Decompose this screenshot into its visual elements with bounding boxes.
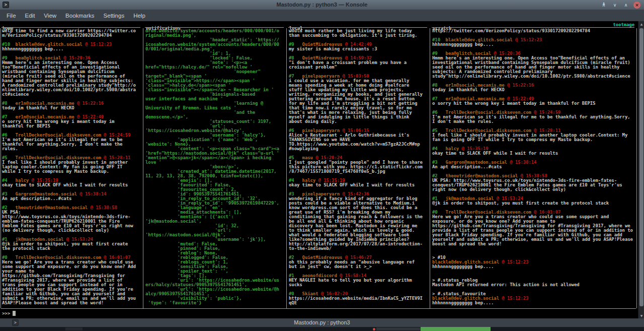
menu-bookmarks[interactable]: Bookmarks: [61, 10, 99, 21]
post-timestamp: @ 15:38:14: [507, 160, 537, 165]
terminal-line: hhhnnnngggggggg bep....: [432, 42, 637, 47]
column-home: homewelp time to find a new carrier http…: [0, 21, 143, 318]
terminal-line: https://icosahedron.website/media/IbnKaC…: [289, 296, 430, 301]
terminal-line: my sister is making croissants :3: [289, 47, 430, 51]
terminal-line: study"http://onlinelibrary.wiley.com/doi…: [432, 74, 637, 79]
column-title-rule: [145, 27, 284, 28]
terminal-line: #2 theoutrider@mastodon.social @ 15:38:5…: [2, 206, 143, 210]
desktop-panel-sliver: [0, 327, 644, 331]
column-divider: [143, 28, 143, 308]
menu-bar: File Edit View Bookmarks Settings Help: [0, 10, 644, 21]
terminal-line: /8/7467/15571808719_f54768f0e5_b.jpg: [289, 169, 430, 174]
terminal-line: ct#science: [2, 92, 143, 97]
terminal-line: fan is going OFF IT while I try to compr…: [432, 138, 637, 142]
column-notifications: notificationsdron.website/system/account…: [143, 21, 286, 318]
terminal-line: #nowplaying: [289, 147, 430, 151]
column-divider: [636, 28, 637, 308]
terminal-line: sucks: [289, 283, 430, 287]
post-timestamp: @ 15:38:14: [77, 191, 107, 196]
terminal-line: while I try to compress my Masto backup.: [2, 169, 143, 174]
text-cursor: [13, 311, 16, 316]
terminal-line: okay time to SLACK OFF while I wait for …: [289, 183, 430, 187]
column-title-rule: [2, 27, 140, 28]
terminal-line: hhhnnnngggggggg bep....: [432, 264, 637, 269]
scroll-up-icon[interactable]: ▲: [638, 22, 644, 26]
minimize-icon[interactable]: ∨: [611, 2, 618, 9]
terminal-line: okay time to SLACK OFF while I wait for …: [432, 151, 637, 156]
post-timestamp: @ 15:22:16: [74, 101, 104, 106]
terminal-line: An apt description...#cats: [432, 165, 637, 169]
terminal-line: Mastodon API returned error: This action…: [432, 283, 637, 287]
keep-above-icon[interactable]: ∧: [600, 2, 607, 9]
terminal-bottom-rule: [1, 308, 636, 309]
terminal-line: o sorry hit the wrong key i meant today …: [432, 101, 637, 106]
title-bar[interactable]: > Mastodon.py : python3 — Konsole ∧ ∨ ∧ …: [0, 0, 644, 10]
panel-widget-fragment: [65, 327, 83, 330]
terminal-line: [432, 251, 637, 255]
terminal-line: to-the-indieweb/: [289, 246, 430, 251]
terminal-line: the protocol stack: [2, 246, 143, 251]
terminal-line: [432, 246, 637, 251]
terminal-line: hhhnnnngggggggg bep....: [432, 301, 637, 305]
tab-mastodon-python3[interactable]: Mastodon.py : python3: [0, 319, 644, 325]
column-title-right: tootmage: [613, 22, 634, 27]
post-timestamp: @ 15:12:23: [513, 37, 542, 42]
scrollbar[interactable]: ▲ ▼: [638, 21, 644, 318]
terminal-line: HEY NAGLEI hate to tell you but your alg…: [289, 278, 430, 283]
panel-task-fragment: [376, 327, 421, 330]
column-local: localwould much rather be just living my…: [287, 21, 430, 318]
post-timestamp: @ 15:12:23: [83, 42, 112, 47]
scroll-down-icon[interactable]: ▼: [638, 314, 644, 317]
scrollbar-thumb[interactable]: [639, 28, 643, 306]
terminal-line: ASAP!Please boost and spread the word!: [2, 301, 143, 305]
terminal-line: boost and spread the word!: [432, 242, 637, 246]
terminal-line: (no delivery though, click&collect only): [2, 228, 143, 233]
prompt-text: >>>: [2, 311, 10, 316]
post-timestamp: @ 15:38:58: [88, 205, 117, 210]
menu-file[interactable]: File: [2, 10, 21, 21]
terminal-line: I don't make the rules.: [432, 119, 637, 124]
terminal-line: thankful for BEPIS: [2, 124, 143, 128]
terminal-line: m/VerizonPolicy/status/93301720920229478…: [2, 33, 143, 38]
terminal-line: 'mention">@<span>jk</span></a></span> i …: [145, 156, 286, 160]
menu-help[interactable]: Help: [129, 10, 150, 21]
post-timestamp: @ 15:12:23: [499, 296, 529, 301]
terminal-line: An apt description...#cats: [2, 196, 143, 201]
column-title-rule: [432, 27, 634, 28]
terminal-line: qQE: [289, 301, 430, 305]
column-divider: [286, 28, 287, 308]
terminal-line: but in jest" cw, doesn't it >_>: [289, 264, 430, 269]
window-title: Mastodon.py : python3 — Konsole: [0, 2, 644, 8]
post-timestamp: @ 15:12:23: [499, 259, 529, 264]
python-prompt[interactable]: >>>: [2, 310, 16, 316]
terminal-line: okay time to SLACK OFF while I wait for …: [2, 183, 143, 187]
window-controls: ∧ ∨ ∧ ×: [600, 1, 640, 9]
terminal-line: https://twitter.com/VerizonPolicy/status…: [432, 29, 637, 33]
panel-task-active-fragment: [421, 327, 491, 331]
column-divider: [1, 28, 1, 308]
maximize-icon[interactable]: ∧: [622, 2, 629, 9]
terminal-line: today im thankful for HECKO: [432, 88, 637, 92]
terminal-line: hhhnnnngggggggg bep....: [2, 47, 143, 51]
terminal-line: rules.: [2, 147, 143, 151]
terminal-line: today im thankful for HECKO: [2, 106, 143, 110]
terminal-line: croissant problem": [289, 65, 430, 70]
menu-view[interactable]: View: [39, 10, 61, 21]
terminal-line: right now (no delivery though, click&col…: [432, 187, 637, 192]
terminal-area[interactable]: homewelp time to find a new carrier http…: [0, 21, 638, 318]
menu-edit[interactable]: Edit: [21, 10, 40, 21]
menu-settings[interactable]: Settings: [99, 10, 129, 21]
tab-bar: > Mastodon.py : python3: [0, 318, 644, 327]
terminal-line: about doing daily.: [289, 119, 430, 124]
terminal-line: than succumbing to obligation. it's just…: [289, 33, 430, 38]
terminal-line: [432, 269, 637, 274]
close-icon[interactable]: ×: [633, 2, 640, 9]
panel-notification-dot: [373, 328, 375, 330]
column-divider: [430, 28, 430, 308]
terminal-line: 'type': 'favourite'}: [145, 301, 286, 305]
post-author: theoutrider@mastodon.social: [16, 205, 88, 210]
column-scratch: scratchtootmagehttps://twitter.com/Veriz…: [430, 21, 637, 318]
post-timestamp: @ 15:22:16: [505, 83, 534, 88]
terminal-line: thankful for anything.Sorry, I don't mak…: [2, 142, 143, 147]
column-title-rule: [288, 27, 427, 28]
